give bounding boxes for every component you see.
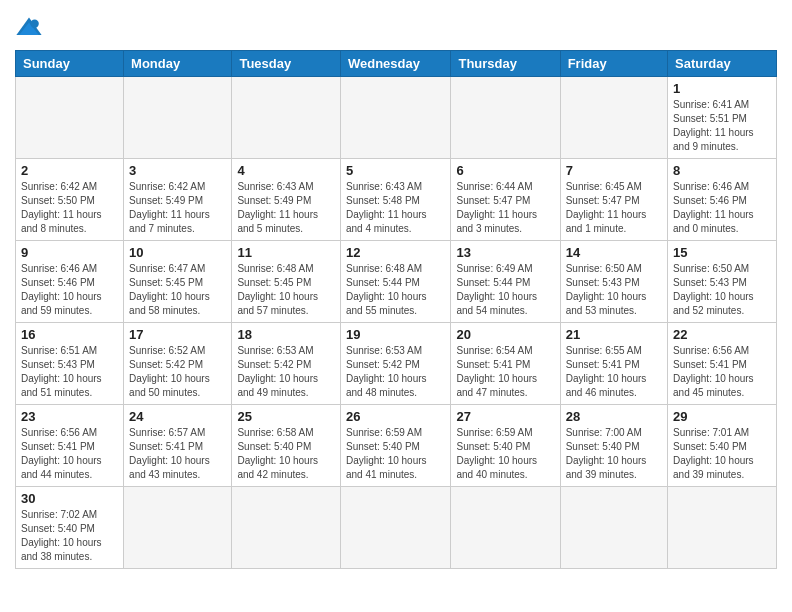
day-info: Sunrise: 6:42 AM Sunset: 5:50 PM Dayligh… [21,180,118,236]
calendar-cell [560,487,667,569]
calendar-cell: 18Sunrise: 6:53 AM Sunset: 5:42 PM Dayli… [232,323,341,405]
day-info: Sunrise: 6:43 AM Sunset: 5:49 PM Dayligh… [237,180,335,236]
calendar-cell: 1Sunrise: 6:41 AM Sunset: 5:51 PM Daylig… [668,77,777,159]
day-number: 18 [237,327,335,342]
day-info: Sunrise: 6:59 AM Sunset: 5:40 PM Dayligh… [456,426,554,482]
day-number: 28 [566,409,662,424]
day-number: 23 [21,409,118,424]
calendar-table: SundayMondayTuesdayWednesdayThursdayFrid… [15,50,777,569]
calendar-cell: 2Sunrise: 6:42 AM Sunset: 5:50 PM Daylig… [16,159,124,241]
calendar-cell: 7Sunrise: 6:45 AM Sunset: 5:47 PM Daylig… [560,159,667,241]
calendar-cell: 27Sunrise: 6:59 AM Sunset: 5:40 PM Dayli… [451,405,560,487]
calendar-cell [340,487,451,569]
day-number: 25 [237,409,335,424]
week-row-5: 23Sunrise: 6:56 AM Sunset: 5:41 PM Dayli… [16,405,777,487]
day-number: 6 [456,163,554,178]
day-number: 27 [456,409,554,424]
day-info: Sunrise: 6:45 AM Sunset: 5:47 PM Dayligh… [566,180,662,236]
day-info: Sunrise: 6:56 AM Sunset: 5:41 PM Dayligh… [21,426,118,482]
weekday-header-wednesday: Wednesday [340,51,451,77]
calendar-cell: 21Sunrise: 6:55 AM Sunset: 5:41 PM Dayli… [560,323,667,405]
day-info: Sunrise: 6:49 AM Sunset: 5:44 PM Dayligh… [456,262,554,318]
calendar-cell: 22Sunrise: 6:56 AM Sunset: 5:41 PM Dayli… [668,323,777,405]
calendar-cell: 17Sunrise: 6:52 AM Sunset: 5:42 PM Dayli… [124,323,232,405]
day-info: Sunrise: 6:46 AM Sunset: 5:46 PM Dayligh… [673,180,771,236]
calendar-cell [668,487,777,569]
header [15,10,777,42]
day-number: 16 [21,327,118,342]
day-info: Sunrise: 7:00 AM Sunset: 5:40 PM Dayligh… [566,426,662,482]
calendar-cell [451,487,560,569]
day-number: 29 [673,409,771,424]
week-row-2: 2Sunrise: 6:42 AM Sunset: 5:50 PM Daylig… [16,159,777,241]
calendar-cell: 20Sunrise: 6:54 AM Sunset: 5:41 PM Dayli… [451,323,560,405]
day-info: Sunrise: 6:57 AM Sunset: 5:41 PM Dayligh… [129,426,226,482]
day-info: Sunrise: 6:46 AM Sunset: 5:46 PM Dayligh… [21,262,118,318]
day-number: 22 [673,327,771,342]
calendar-cell [232,77,341,159]
weekday-header-monday: Monday [124,51,232,77]
day-number: 1 [673,81,771,96]
calendar-cell: 11Sunrise: 6:48 AM Sunset: 5:45 PM Dayli… [232,241,341,323]
calendar-cell [340,77,451,159]
day-number: 5 [346,163,446,178]
day-info: Sunrise: 6:42 AM Sunset: 5:49 PM Dayligh… [129,180,226,236]
day-info: Sunrise: 6:56 AM Sunset: 5:41 PM Dayligh… [673,344,771,400]
day-number: 3 [129,163,226,178]
calendar-cell [451,77,560,159]
day-number: 7 [566,163,662,178]
day-info: Sunrise: 6:47 AM Sunset: 5:45 PM Dayligh… [129,262,226,318]
week-row-6: 30Sunrise: 7:02 AM Sunset: 5:40 PM Dayli… [16,487,777,569]
calendar-cell: 26Sunrise: 6:59 AM Sunset: 5:40 PM Dayli… [340,405,451,487]
calendar-cell: 9Sunrise: 6:46 AM Sunset: 5:46 PM Daylig… [16,241,124,323]
calendar-cell: 24Sunrise: 6:57 AM Sunset: 5:41 PM Dayli… [124,405,232,487]
calendar-cell: 3Sunrise: 6:42 AM Sunset: 5:49 PM Daylig… [124,159,232,241]
week-row-4: 16Sunrise: 6:51 AM Sunset: 5:43 PM Dayli… [16,323,777,405]
calendar-cell: 5Sunrise: 6:43 AM Sunset: 5:48 PM Daylig… [340,159,451,241]
calendar-cell: 10Sunrise: 6:47 AM Sunset: 5:45 PM Dayli… [124,241,232,323]
day-number: 8 [673,163,771,178]
day-number: 21 [566,327,662,342]
calendar-cell: 14Sunrise: 6:50 AM Sunset: 5:43 PM Dayli… [560,241,667,323]
calendar-cell: 19Sunrise: 6:53 AM Sunset: 5:42 PM Dayli… [340,323,451,405]
svg-point-3 [30,20,38,28]
day-info: Sunrise: 6:41 AM Sunset: 5:51 PM Dayligh… [673,98,771,154]
calendar-cell: 6Sunrise: 6:44 AM Sunset: 5:47 PM Daylig… [451,159,560,241]
day-number: 2 [21,163,118,178]
calendar-cell: 8Sunrise: 6:46 AM Sunset: 5:46 PM Daylig… [668,159,777,241]
day-info: Sunrise: 6:48 AM Sunset: 5:45 PM Dayligh… [237,262,335,318]
calendar-cell: 15Sunrise: 6:50 AM Sunset: 5:43 PM Dayli… [668,241,777,323]
week-row-1: 1Sunrise: 6:41 AM Sunset: 5:51 PM Daylig… [16,77,777,159]
day-info: Sunrise: 6:52 AM Sunset: 5:42 PM Dayligh… [129,344,226,400]
day-info: Sunrise: 6:48 AM Sunset: 5:44 PM Dayligh… [346,262,446,318]
weekday-header-thursday: Thursday [451,51,560,77]
logo-icon [15,14,43,42]
day-number: 10 [129,245,226,260]
day-info: Sunrise: 6:58 AM Sunset: 5:40 PM Dayligh… [237,426,335,482]
calendar-cell: 4Sunrise: 6:43 AM Sunset: 5:49 PM Daylig… [232,159,341,241]
day-number: 14 [566,245,662,260]
day-number: 24 [129,409,226,424]
calendar-cell: 30Sunrise: 7:02 AM Sunset: 5:40 PM Dayli… [16,487,124,569]
day-number: 13 [456,245,554,260]
day-number: 15 [673,245,771,260]
day-info: Sunrise: 6:53 AM Sunset: 5:42 PM Dayligh… [346,344,446,400]
weekday-header-sunday: Sunday [16,51,124,77]
day-info: Sunrise: 6:59 AM Sunset: 5:40 PM Dayligh… [346,426,446,482]
day-number: 11 [237,245,335,260]
day-number: 20 [456,327,554,342]
weekday-header-row: SundayMondayTuesdayWednesdayThursdayFrid… [16,51,777,77]
weekday-header-tuesday: Tuesday [232,51,341,77]
day-number: 26 [346,409,446,424]
calendar-cell: 12Sunrise: 6:48 AM Sunset: 5:44 PM Dayli… [340,241,451,323]
day-number: 19 [346,327,446,342]
day-number: 30 [21,491,118,506]
day-info: Sunrise: 6:50 AM Sunset: 5:43 PM Dayligh… [673,262,771,318]
logo [15,14,47,42]
calendar-cell: 23Sunrise: 6:56 AM Sunset: 5:41 PM Dayli… [16,405,124,487]
day-info: Sunrise: 6:50 AM Sunset: 5:43 PM Dayligh… [566,262,662,318]
day-info: Sunrise: 7:02 AM Sunset: 5:40 PM Dayligh… [21,508,118,564]
day-info: Sunrise: 6:43 AM Sunset: 5:48 PM Dayligh… [346,180,446,236]
day-number: 17 [129,327,226,342]
calendar-cell: 25Sunrise: 6:58 AM Sunset: 5:40 PM Dayli… [232,405,341,487]
